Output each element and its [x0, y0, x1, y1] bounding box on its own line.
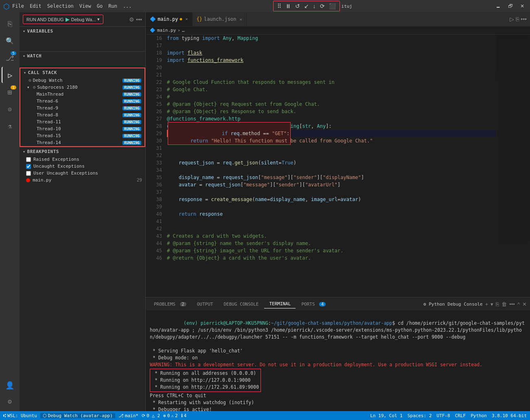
menu-file[interactable]: File	[12, 3, 24, 9]
code-editor[interactable]: 16 17 18 19 20 21 22 23 24 25 26 27 28 2…	[146, 35, 530, 297]
code-line-44: # @param {string} name the sender's disp…	[167, 240, 496, 247]
status-language[interactable]: Python	[471, 413, 487, 418]
new-terminal-btn[interactable]: +	[485, 301, 488, 307]
status-debug[interactable]: ⬡ Debug Watch (avatar-app)	[40, 413, 115, 418]
vscode-icon: ⬡	[3, 2, 10, 11]
activity-testing[interactable]: ⚗	[2, 118, 18, 134]
subprocess-label: Subprocess 2180	[37, 85, 77, 90]
breakpoint-uncaught-exceptions[interactable]: Uncaught Exceptions	[20, 163, 145, 170]
callstack-item-thread10[interactable]: Thread-10 RUNNING	[20, 125, 145, 132]
uncaught-exceptions-checkbox[interactable]	[26, 164, 31, 169]
watch-header[interactable]: ▾WATCH	[20, 52, 145, 60]
activity-remote[interactable]: ⊙	[2, 101, 18, 117]
debug-step-out-btn[interactable]: ↓	[312, 2, 317, 10]
minimize-btn[interactable]: 🗕	[493, 2, 503, 10]
line-32: 32	[146, 152, 162, 159]
kill-terminal-btn[interactable]: 🗑	[502, 301, 507, 307]
terminal-max-btn[interactable]: ^	[517, 301, 520, 307]
more-actions-icon[interactable]: •••	[136, 16, 142, 23]
run-file-btn[interactable]: ▷	[510, 16, 514, 22]
status-spaces[interactable]: Spaces: 2	[407, 413, 432, 418]
term-tab-terminal[interactable]: TERMINAL	[264, 300, 296, 308]
debug-stop-btn[interactable]: ⬛	[328, 2, 337, 10]
launch-profile-btn[interactable]: ▾	[491, 301, 493, 307]
menu-go[interactable]: Go	[97, 3, 103, 9]
status-bar: ⑆ WSL: Ubuntu ⬡ Debug Watch (avatar-app)…	[0, 411, 530, 420]
callstack-item-debug-watch[interactable]: ⚙Debug Watch RUNNING	[20, 77, 145, 84]
terminal-close-btn[interactable]: ✕	[522, 301, 527, 307]
status-right: Ln 19, Col 1 Spaces: 2 UTF-8 CRLF Python…	[370, 413, 527, 418]
term-tab-problems[interactable]: PROBLEMS 2	[149, 300, 191, 308]
variables-header[interactable]: ▾VARIABLES	[20, 27, 145, 35]
tab-mainpy[interactable]: 🔷 main.py ● ✕	[146, 12, 193, 26]
menu-more[interactable]: ...	[123, 3, 132, 9]
maximize-btn[interactable]: 🗗	[506, 2, 515, 10]
breakpoint-raised-exceptions[interactable]: Raised Exceptions	[20, 156, 145, 163]
editor-area: 🔷 main.py ● ✕ {} launch.json ✕ ▷ ⎘ ••• 🔷…	[146, 12, 530, 411]
more-editor-btn[interactable]: •••	[521, 16, 527, 22]
encoding-label: UTF-8	[437, 413, 450, 418]
callstack-item-thread8[interactable]: Thread-8 RUNNING	[20, 112, 145, 118]
debug-step-into-btn[interactable]: ↙	[303, 2, 310, 10]
breakpoint-mainpy[interactable]: main.py 29	[20, 177, 145, 184]
term-tab-output[interactable]: OUTPUT	[192, 300, 218, 308]
code-line-31	[167, 144, 496, 152]
status-python-version[interactable]: 3.8.10 64-bit	[492, 413, 527, 418]
debug-restart-btn[interactable]: ⟳	[319, 2, 326, 10]
mainpy-close-icon[interactable]: ✕	[186, 17, 188, 21]
code-line-22: # Google Cloud Function that responds to…	[167, 79, 496, 86]
status-branch[interactable]: ⎇ main*	[118, 413, 138, 418]
menu-edit[interactable]: Edit	[30, 3, 42, 9]
watch-chevron: ▾	[23, 54, 26, 58]
menu-view[interactable]: View	[79, 3, 91, 9]
activity-source-control[interactable]: ⎇ 5	[2, 50, 18, 66]
term-tab-debug-console[interactable]: DEBUG CONSOLE	[219, 300, 263, 308]
menu-run[interactable]: Run	[108, 3, 117, 9]
terminal-more-btn[interactable]: •••	[509, 301, 515, 307]
callstack-item-thread9[interactable]: Thread-9 RUNNING	[20, 105, 145, 112]
callstack-chevron: ▾	[24, 70, 26, 75]
status-errors[interactable]: ⊗ 0 ⚠ 2	[163, 413, 178, 418]
status-sync[interactable]: ⟳ 0 △ 2	[142, 413, 160, 418]
user-uncaught-exceptions-checkbox[interactable]	[26, 171, 31, 176]
activity-explorer[interactable]: ⎘	[2, 15, 18, 32]
status-info[interactable]: ℹ 4	[181, 413, 187, 418]
callstack-item-subprocess[interactable]: ▾⚙Subprocess 2180 RUNNING	[20, 84, 145, 91]
activity-account[interactable]: 👤	[2, 377, 18, 393]
close-btn[interactable]: ✕	[518, 2, 527, 10]
status-wsl[interactable]: ⑆ WSL: Ubuntu	[3, 413, 37, 418]
breakpoints-header[interactable]: ▾BREAKPOINTS	[20, 147, 145, 156]
status-ln-col[interactable]: Ln 19, Col 1	[370, 413, 402, 418]
call-stack-header[interactable]: ▾CALL STACK	[20, 68, 145, 77]
thread15-status: RUNNING	[123, 134, 141, 138]
debug-step-over-btn[interactable]: ↺	[294, 2, 301, 10]
callstack-item-mainthread[interactable]: MainThread RUNNING	[20, 91, 145, 98]
debug-continue-btn[interactable]: ⠿	[276, 2, 283, 10]
activity-search[interactable]: 🔍	[2, 33, 18, 49]
terminal-content[interactable]: (env) pierrick@LAPTOP-HKU5PNNG:~/git/goo…	[146, 311, 530, 411]
split-terminal-btn[interactable]: ⎘	[496, 301, 499, 307]
breakpoint-user-uncaught-exceptions[interactable]: User Uncaught Exceptions	[20, 170, 145, 177]
term-tab-ports[interactable]: PORTS 4	[296, 300, 331, 308]
debug-config-display: Debug Wa...	[71, 17, 96, 22]
callstack-item-thread14[interactable]: Thread-14 RUNNING	[20, 139, 145, 146]
debug-pause-btn[interactable]: ⏸	[284, 2, 292, 10]
activity-run-debug[interactable]: ▷	[2, 67, 18, 83]
settings-icon[interactable]: ⚙	[129, 16, 134, 23]
launch-json-close-icon[interactable]: ✕	[240, 17, 242, 22]
activity-settings[interactable]: ⚙	[2, 393, 18, 409]
callstack-item-thread6[interactable]: Thread-6 RUNNING	[20, 98, 145, 105]
tab-launch-json[interactable]: {} launch.json ✕	[193, 12, 247, 26]
activity-extensions[interactable]: ⊞ 1	[2, 84, 18, 100]
line-23: 23	[146, 86, 162, 93]
code-content[interactable]: from typing import Any, Mapping import f…	[165, 35, 497, 297]
split-editor-btn[interactable]: ⎘	[516, 16, 519, 22]
menu-selection[interactable]: Selection	[47, 3, 74, 9]
status-eol[interactable]: CRLF	[455, 413, 466, 418]
run-debug-button[interactable]: RUN AND DEBUG ▶ Debug Wa... ▾	[23, 15, 103, 24]
raised-exceptions-checkbox[interactable]	[26, 157, 31, 162]
status-encoding[interactable]: UTF-8	[437, 413, 450, 418]
callstack-item-thread15[interactable]: Thread-15 RUNNING	[20, 132, 145, 139]
callstack-item-thread11[interactable]: Thread-11 RUNNING	[20, 118, 145, 125]
variables-chevron: ▾	[23, 29, 26, 33]
